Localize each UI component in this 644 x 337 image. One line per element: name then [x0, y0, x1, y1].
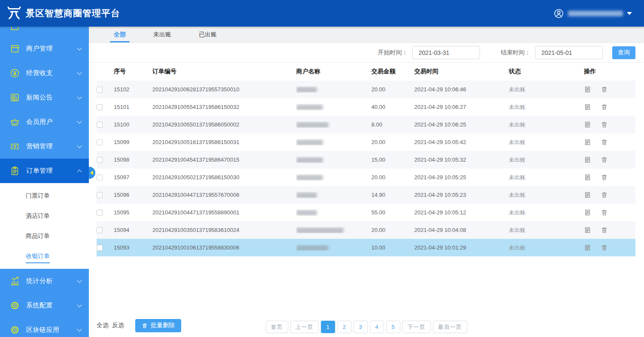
sidebar-item-partial[interactable] — [0, 27, 89, 36]
cell-merchant — [296, 139, 371, 145]
column-header-time: 交易时间 — [414, 68, 509, 75]
row-checkbox[interactable] — [97, 104, 103, 110]
page-button-2[interactable]: 2 — [337, 321, 351, 333]
cell-merchant — [296, 104, 371, 110]
merchant-name-blurred — [296, 210, 317, 216]
row-checkbox[interactable] — [97, 245, 103, 251]
sidebar-item-label: 统计分析 — [26, 277, 78, 285]
submenu-item-1[interactable]: 门票订单 — [0, 186, 89, 206]
row-checkbox[interactable] — [97, 175, 103, 181]
sidebar-item-4[interactable]: 会员用户 — [0, 110, 89, 134]
sidebar-item-2[interactable]: 经营收支 — [0, 61, 89, 85]
select-all-link[interactable]: 全选 — [97, 322, 109, 329]
chevron-down-icon — [77, 45, 82, 50]
page-button-nav-2[interactable]: 上一页 — [290, 321, 319, 333]
cell-seq: 15097 — [114, 174, 152, 181]
table-row[interactable]: 15099202104291005161371958615003120.0020… — [97, 133, 635, 151]
delete-icon[interactable] — [601, 156, 608, 163]
delete-icon[interactable] — [601, 103, 608, 111]
table-row[interactable]: 15093202104291001061371955883000610.0020… — [97, 239, 635, 256]
page-button-1[interactable]: 1 — [321, 321, 335, 333]
start-time-input[interactable] — [412, 46, 480, 59]
detail-icon[interactable] — [584, 156, 591, 163]
trash-icon — [142, 322, 148, 329]
cell-status: 未出账 — [509, 86, 584, 93]
detail-icon[interactable] — [584, 209, 591, 216]
batch-delete-button[interactable]: 批量删除 — [135, 319, 181, 332]
cell-time: 2021-04-29 10:06:25 — [414, 121, 509, 128]
detail-icon[interactable] — [584, 174, 591, 181]
delete-icon[interactable] — [601, 226, 608, 234]
cell-seq: 15098 — [114, 156, 152, 163]
submenu-item-label: 收银订单 — [26, 253, 50, 263]
user-menu[interactable] — [553, 0, 632, 27]
detail-icon[interactable] — [584, 103, 591, 111]
cell-amount: 20.00 — [371, 174, 414, 181]
delete-icon[interactable] — [601, 244, 608, 251]
filter-bar: 开始时间： 结束时间： 查询 — [89, 43, 644, 63]
submenu-item-2[interactable]: 酒店订单 — [0, 206, 89, 226]
row-checkbox[interactable] — [97, 87, 103, 93]
platform-logo-icon — [6, 5, 22, 21]
row-checkbox[interactable] — [97, 227, 103, 233]
delete-icon[interactable] — [601, 191, 608, 199]
merchant-name-blurred — [296, 87, 317, 93]
chevron-down-icon — [77, 302, 82, 307]
detail-icon[interactable] — [584, 244, 591, 251]
top-header: 景区智慧商圈管理平台 — [0, 0, 644, 27]
table-row[interactable]: 15097202104291005021371958615003020.0020… — [97, 168, 635, 186]
page-button-4[interactable]: 4 — [370, 321, 384, 333]
submenu-item-4[interactable]: 收银订单 — [0, 246, 89, 266]
invert-select-link[interactable]: 反选 — [112, 322, 124, 329]
query-button[interactable]: 查询 — [612, 46, 635, 59]
table-row[interactable]: 15102202104291006281371955735001020.0020… — [97, 81, 635, 98]
submenu-item-3[interactable]: 商品订单 — [0, 226, 89, 246]
delete-icon[interactable] — [601, 209, 608, 216]
tab-1[interactable]: 全部 — [112, 27, 127, 42]
sidebar-item-9[interactable]: 区块链应用 — [0, 318, 89, 337]
delete-icon[interactable] — [601, 86, 608, 93]
news-icon — [9, 92, 20, 103]
table-row[interactable]: 15095202104291004471371955889000155.0020… — [97, 204, 635, 221]
sidebar-item-3[interactable]: 新闻公告 — [0, 85, 89, 110]
row-checkbox[interactable] — [97, 122, 103, 128]
merchant-name-blurred — [296, 140, 323, 145]
sidebar-item-7[interactable]: 统计分析 — [0, 269, 89, 293]
detail-icon[interactable] — [584, 121, 591, 128]
sidebar-item-5[interactable]: 营销管理 — [0, 134, 89, 159]
table-row[interactable]: 15094202104291003501371958361002420.0020… — [97, 221, 635, 239]
page-button-nav-8[interactable]: 下一页 — [402, 321, 431, 333]
row-checkbox[interactable] — [97, 192, 103, 198]
detail-icon[interactable] — [584, 226, 591, 234]
chevron-down-icon — [77, 70, 82, 75]
cell-seq: 15102 — [114, 86, 152, 93]
cell-time: 2021-04-29 10:04:08 — [414, 227, 509, 233]
row-checkbox[interactable] — [97, 157, 103, 163]
page-button-nav-9[interactable]: 最后一页 — [433, 321, 467, 333]
detail-icon[interactable] — [584, 191, 591, 199]
tab-3[interactable]: 已出账 — [197, 27, 218, 42]
page-button-5[interactable]: 5 — [386, 321, 400, 333]
table-row[interactable]: 15098202104291004541371958647001515.0020… — [97, 151, 635, 168]
delete-icon[interactable] — [601, 138, 608, 146]
sidebar-item-6[interactable]: 订单管理 — [0, 159, 89, 183]
detail-icon[interactable] — [584, 86, 591, 93]
tab-2[interactable]: 未出账 — [152, 27, 173, 42]
table-row[interactable]: 15096202104291004471371955767000614.9020… — [97, 186, 635, 204]
detail-icon[interactable] — [584, 138, 591, 146]
end-time-input[interactable] — [535, 46, 603, 59]
page-title: 景区智慧商圈管理平台 — [26, 7, 120, 19]
page-button-nav-1[interactable]: 首页 — [266, 321, 288, 333]
table-row[interactable]: 15101202104291005541371958615003240.0020… — [97, 98, 635, 116]
table-row[interactable]: 1510020210429100550137195860500028.00202… — [97, 116, 635, 133]
sidebar-item-1[interactable]: 商户管理 — [0, 36, 89, 61]
row-checkbox[interactable] — [97, 139, 103, 145]
delete-icon[interactable] — [601, 121, 608, 128]
status-tabs: 全部未出账已出账 — [89, 27, 644, 43]
row-checkbox[interactable] — [97, 210, 103, 216]
sidebar-item-label: 会员用户 — [26, 118, 78, 126]
sidebar-item-8[interactable]: 系统配置 — [0, 293, 89, 318]
delete-icon[interactable] — [601, 174, 608, 181]
page-button-3[interactable]: 3 — [353, 321, 368, 333]
sidebar-item-label: 营销管理 — [26, 142, 78, 150]
